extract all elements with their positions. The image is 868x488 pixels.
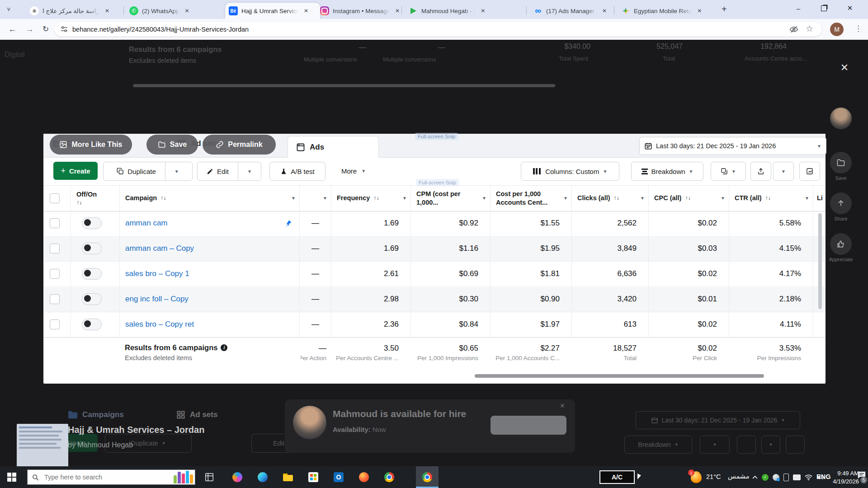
tab-close-icon[interactable]: ✕ — [479, 7, 487, 15]
header-cost-per-1000[interactable]: Cost per 1,000Accounts Cent... ▼ — [490, 186, 571, 211]
chevron-down-icon[interactable]: ▼ — [402, 196, 407, 201]
campaign-name[interactable]: amman cam – Copy — [125, 244, 194, 253]
author-avatar[interactable] — [830, 108, 852, 129]
campaign-toggle[interactable] — [82, 293, 102, 305]
table-row[interactable]: amman cam — 1.69 $0.92 $1.55 2,562 $0.02… — [43, 211, 826, 236]
phone-link-tray-icon[interactable] — [783, 474, 789, 481]
outlook-icon[interactable]: O — [334, 472, 344, 482]
ghost-tab-adsets[interactable]: Ad sets — [176, 410, 217, 419]
info-icon[interactable]: i — [221, 344, 227, 351]
window-restore-button[interactable] — [814, 0, 834, 16]
header-clicks[interactable]: Clicks (all)↑↓ ▼ — [571, 186, 648, 211]
campaign-link[interactable]: sales bro – Copy ret — [119, 312, 299, 337]
task-view-button[interactable] — [204, 472, 214, 482]
browser-menu-icon[interactable]: ⋮ — [854, 24, 862, 33]
project-author[interactable]: by Mahmoud Hegab — [68, 441, 133, 449]
browser-tab-egyptian[interactable]: Egyptian Mobile Reta ✕ — [618, 3, 721, 19]
header-cpm[interactable]: CPM (cost per1,000... ▼ — [410, 186, 490, 211]
export-dropdown-button[interactable]: ▼ — [773, 162, 794, 181]
battery-tray-icon[interactable] — [793, 474, 801, 480]
chevron-down-icon[interactable]: ▼ — [323, 196, 327, 201]
chevron-down-icon[interactable]: ▼ — [291, 196, 296, 201]
browser-tab-behance-active[interactable]: Bē Hajj & Umrah Service ✕ — [225, 3, 320, 19]
checkbox[interactable] — [50, 319, 60, 329]
browser-tab-chatgpt[interactable]: ✳ دراسة حالة مركز علاج ا ✕ — [26, 3, 129, 19]
reports-button[interactable]: ▼ — [711, 162, 746, 181]
window-minimize-button[interactable]: – — [788, 0, 808, 16]
chevron-down-icon[interactable]: ▼ — [482, 196, 486, 201]
tray-app-icon[interactable] — [773, 474, 779, 481]
lightbox-close-icon[interactable]: ✕ — [836, 60, 853, 76]
bookmark-star-icon[interactable]: ☆ — [806, 23, 813, 34]
table-row[interactable]: eng inc foll – Copy — 2.98 $0.30 $0.90 3… — [43, 286, 826, 312]
tab-close-icon[interactable]: ✕ — [393, 7, 401, 15]
browser-tab-ads-manager[interactable]: ∞ (17) Ads Manager - M ✕ — [530, 3, 618, 19]
ghost-tab-campaigns[interactable]: Campaigns — [68, 410, 124, 419]
back-icon[interactable]: ← — [8, 24, 17, 34]
save-button[interactable]: Save — [146, 135, 198, 155]
tab-close-icon[interactable]: ✕ — [302, 7, 310, 15]
temperature[interactable]: 21°C — [706, 473, 721, 480]
rail-appreciate-button[interactable] — [830, 233, 852, 255]
wifi-icon[interactable] — [805, 474, 812, 480]
tab-close-icon[interactable]: ✕ — [103, 7, 111, 15]
chevron-down-icon[interactable]: ▼ — [640, 196, 645, 201]
header-onoff[interactable]: Off/On↑↓ — [71, 186, 119, 211]
clock[interactable]: 9:49 AM 4/19/2026 — [831, 469, 859, 485]
sort-icon[interactable]: ↑↓ — [614, 195, 620, 202]
edit-button[interactable]: Edit — [201, 162, 234, 180]
browser-tab-instagram[interactable]: Instagram • Message ✕ — [316, 3, 406, 19]
sort-icon[interactable]: ↑↓ — [373, 195, 379, 202]
duplicate-button[interactable]: Duplicate — [111, 162, 161, 180]
campaign-link[interactable]: eng inc foll – Copy — [119, 286, 299, 312]
chevron-down-icon[interactable]: ▼ — [721, 196, 725, 201]
eye-off-icon[interactable] — [789, 25, 798, 34]
header-ctr[interactable]: CTR (all)↑↓ ▼ — [729, 186, 813, 211]
copilot-icon[interactable] — [232, 472, 242, 482]
campaign-toggle[interactable] — [82, 243, 102, 254]
microsoft-store-icon[interactable] — [308, 472, 318, 482]
export-button[interactable] — [750, 162, 771, 181]
action-center-button[interactable]: 5 — [857, 471, 866, 481]
campaign-link[interactable]: sales bro – Copy 1 — [119, 261, 299, 286]
hire-close-icon[interactable]: ✕ — [560, 402, 565, 409]
sort-icon[interactable]: ↑↓ — [160, 195, 166, 202]
taskbar-search[interactable] — [27, 469, 195, 485]
table-row[interactable]: sales bro – Copy 1 — 2.61 $0.69 $1.81 6,… — [43, 261, 826, 287]
edit-button-group[interactable]: Edit ▼ — [197, 162, 261, 181]
weather-widget-icon[interactable]: 1 — [691, 471, 702, 483]
chrome-icon[interactable] — [384, 472, 394, 482]
ghost-horizontal-scrollbar[interactable] — [133, 84, 555, 87]
profile-avatar[interactable]: M — [830, 23, 844, 36]
chevron-down-icon[interactable]: ▼ — [563, 196, 568, 201]
more-button[interactable]: More ▼ — [335, 162, 373, 180]
date-range-selector[interactable]: Last 30 days: 21 Dec 2025 - 19 Jan 2026 … — [639, 137, 826, 155]
header-frequency[interactable]: Frequency↑↓ ▼ — [331, 186, 410, 211]
campaign-name[interactable]: sales bro – Copy 1 — [125, 269, 189, 278]
antivirus-tray-icon[interactable]: ✓ — [762, 474, 769, 481]
columns-button[interactable]: Columns: Custom ▼ — [521, 162, 619, 181]
search-input[interactable] — [43, 473, 158, 481]
file-explorer-icon[interactable] — [283, 472, 293, 482]
checkbox[interactable] — [50, 244, 60, 253]
tab-search-chevron-icon[interactable]: v — [7, 5, 10, 12]
ac-indicator[interactable]: A/C — [599, 470, 635, 484]
tab-ads-active[interactable]: Ads — [288, 136, 379, 158]
campaign-toggle[interactable] — [82, 217, 102, 229]
duplicate-button-group[interactable]: Duplicate ▼ — [103, 162, 193, 181]
reload-icon[interactable]: ↻ — [42, 24, 49, 34]
firefox-icon[interactable] — [359, 472, 369, 482]
table-row[interactable]: sales bro – Copy ret — 2.36 $0.84 $1.97 … — [43, 312, 826, 338]
window-close-button[interactable]: ✕ — [840, 0, 860, 16]
browser-tab-mahmoud[interactable]: Mahmoud Hegab - ا ✕ — [405, 3, 531, 19]
edit-dropdown-icon[interactable]: ▼ — [242, 162, 257, 180]
header-li[interactable]: Li — [813, 186, 826, 211]
browser-tab-whatsapp[interactable]: ✆ (2) WhatsApp ✕ — [126, 3, 230, 19]
pin-icon[interactable] — [285, 220, 292, 227]
weather-condition[interactable]: مشمس — [728, 473, 750, 480]
rail-save-button[interactable] — [830, 152, 852, 174]
language-indicator[interactable]: ENG — [816, 473, 830, 480]
more-like-this-button[interactable]: More Like This — [50, 135, 132, 155]
checkbox[interactable] — [50, 294, 60, 304]
breakdown-button[interactable]: Breakdown ▼ — [631, 162, 703, 181]
